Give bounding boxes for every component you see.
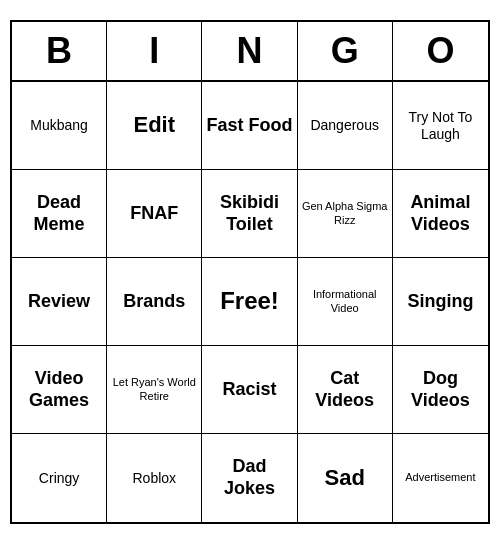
bingo-cell-18: Cat Videos bbox=[298, 346, 393, 434]
bingo-cell-22: Dad Jokes bbox=[202, 434, 297, 522]
bingo-cell-9: Animal Videos bbox=[393, 170, 488, 258]
header-letter: I bbox=[107, 22, 202, 80]
bingo-cell-13: Informational Video bbox=[298, 258, 393, 346]
header-letter: G bbox=[298, 22, 393, 80]
header-letter: O bbox=[393, 22, 488, 80]
header-letter: N bbox=[202, 22, 297, 80]
bingo-cell-19: Dog Videos bbox=[393, 346, 488, 434]
bingo-card: BINGO MukbangEditFast FoodDangerousTry N… bbox=[10, 20, 490, 524]
bingo-cell-15: Video Games bbox=[12, 346, 107, 434]
bingo-cell-10: Review bbox=[12, 258, 107, 346]
bingo-cell-11: Brands bbox=[107, 258, 202, 346]
bingo-cell-23: Sad bbox=[298, 434, 393, 522]
bingo-cell-5: Dead Meme bbox=[12, 170, 107, 258]
bingo-header: BINGO bbox=[12, 22, 488, 82]
bingo-cell-7: Skibidi Toilet bbox=[202, 170, 297, 258]
bingo-cell-2: Fast Food bbox=[202, 82, 297, 170]
bingo-cell-21: Roblox bbox=[107, 434, 202, 522]
bingo-cell-0: Mukbang bbox=[12, 82, 107, 170]
bingo-cell-6: FNAF bbox=[107, 170, 202, 258]
bingo-cell-1: Edit bbox=[107, 82, 202, 170]
bingo-cell-16: Let Ryan's World Retire bbox=[107, 346, 202, 434]
bingo-cell-14: Singing bbox=[393, 258, 488, 346]
bingo-cell-12: Free! bbox=[202, 258, 297, 346]
bingo-cell-4: Try Not To Laugh bbox=[393, 82, 488, 170]
bingo-grid: MukbangEditFast FoodDangerousTry Not To … bbox=[12, 82, 488, 522]
bingo-cell-8: Gen Alpha Sigma Rizz bbox=[298, 170, 393, 258]
header-letter: B bbox=[12, 22, 107, 80]
bingo-cell-20: Cringy bbox=[12, 434, 107, 522]
bingo-cell-24: Advertisement bbox=[393, 434, 488, 522]
bingo-cell-3: Dangerous bbox=[298, 82, 393, 170]
bingo-cell-17: Racist bbox=[202, 346, 297, 434]
